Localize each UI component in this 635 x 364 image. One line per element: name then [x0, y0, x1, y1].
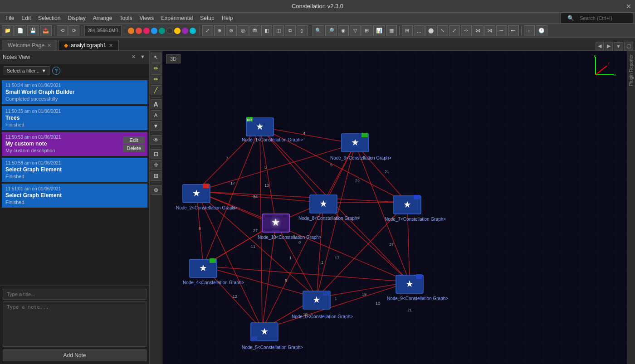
panel-close-button[interactable]: ✕ — [130, 53, 137, 60]
toolbar-btn-unpin[interactable]: ⊷ — [508, 25, 519, 36]
tab-maximize-button[interactable]: ▢ — [624, 42, 633, 50]
toolbar-btn-redo[interactable]: ⟳ — [68, 25, 79, 36]
menu-display[interactable]: Display — [64, 14, 89, 22]
graph-node-4[interactable]: ★ — [190, 258, 217, 277]
color-yellow[interactable] — [174, 28, 181, 34]
tab-prev-button[interactable]: ◀ — [596, 42, 604, 50]
color-blue[interactable] — [151, 28, 157, 34]
tool-cursor[interactable]: ↖ — [151, 53, 161, 63]
tab-dropdown-button[interactable]: ▼ — [614, 42, 623, 50]
note-item[interactable]: 11:50:58 am on 01/06/2021 Select Graph E… — [2, 158, 147, 182]
toolbar-btn-icon4[interactable]: ◎ — [238, 25, 249, 36]
tab-next-button[interactable]: ▶ — [605, 42, 613, 50]
note-edit-button[interactable]: Edit — [123, 136, 145, 144]
note-delete-button[interactable]: Delete — [123, 145, 145, 152]
toolbar-btn-list[interactable]: ≡ — [524, 25, 535, 36]
color-red[interactable] — [136, 28, 142, 34]
note-item[interactable]: 11:50:35 am on 01/06/2021 Trees Finished — [2, 106, 147, 130]
tool-line[interactable]: ╱ — [151, 85, 161, 95]
menu-tools[interactable]: Tools — [116, 14, 136, 22]
tool-arrow-down[interactable]: ▼ — [151, 121, 161, 131]
graph-node-3[interactable]: ★ — [262, 214, 289, 232]
color-teal[interactable] — [159, 28, 165, 34]
filter-dropdown[interactable]: Select a filter... ▼ — [4, 66, 49, 75]
toolbar-btn-zoom-in[interactable]: 🔍 — [313, 25, 324, 36]
toolbar-btn-tree1[interactable]: ⋈ — [473, 25, 484, 36]
toolbar-btn-grid[interactable]: ⊞ — [402, 25, 413, 36]
toolbar-btn-export[interactable]: 📤 — [40, 25, 52, 36]
color-dark[interactable] — [166, 28, 173, 34]
tab-graph-close[interactable]: ✕ — [109, 43, 113, 49]
graph-node-0[interactable]: ★ — [303, 291, 330, 309]
tool-eraser[interactable]: ✏ — [151, 74, 161, 84]
tab-welcome[interactable]: Welcome Page ✕ — [2, 40, 57, 50]
toolbar-btn-icon9[interactable]: ⧲ — [297, 25, 308, 36]
panel-menu-button[interactable]: ▼ — [139, 53, 147, 60]
graph-node-9[interactable]: ★ — [396, 274, 423, 293]
toolbar-btn-expand[interactable]: ⤡ — [437, 25, 448, 36]
toolbar-btn-dots[interactable]: … — [414, 25, 425, 36]
graph-node-8[interactable]: ★ — [310, 195, 337, 213]
toolbar-btn-arrange[interactable]: ⊹ — [461, 25, 472, 36]
color-orange[interactable] — [128, 28, 134, 34]
toolbar-btn-zoom-out[interactable]: 🔎 — [325, 25, 337, 36]
color-cyan[interactable] — [190, 28, 196, 34]
color-pink[interactable] — [143, 28, 150, 34]
toolbar-btn-open[interactable]: 📁 — [2, 25, 14, 36]
menu-experimental[interactable]: Experimental — [157, 14, 196, 22]
add-note-button[interactable]: Add Note — [3, 349, 147, 361]
tool-pan[interactable]: ✛ — [151, 160, 161, 170]
toolbar-btn-funnel[interactable]: ▽ — [350, 25, 361, 36]
menu-file[interactable]: File — [2, 14, 18, 22]
tool-text-small[interactable]: A — [151, 110, 161, 120]
menu-selection[interactable]: Selection — [34, 14, 64, 22]
toolbar-btn-new[interactable]: 📄 — [15, 25, 26, 36]
toolbar-btn-clock[interactable]: 🕐 — [536, 25, 547, 36]
note-title-input[interactable] — [3, 289, 147, 300]
btn-3d[interactable]: 3D — [166, 54, 181, 63]
tool-eye[interactable]: 👁 — [151, 135, 161, 145]
toolbar-btn-icon3[interactable]: ⊗ — [226, 25, 237, 36]
note-body-input[interactable] — [3, 301, 147, 347]
toolbar-btn-icon8[interactable]: ⧉ — [285, 25, 296, 36]
toolbar-btn-undo[interactable]: ⟲ — [57, 25, 68, 36]
tab-welcome-close[interactable]: ✕ — [47, 43, 51, 49]
toolbar-btn-layers[interactable]: ⊞ — [361, 25, 372, 36]
tool-zoom-fit[interactable]: ⊞ — [151, 171, 161, 181]
menu-arrange[interactable]: Arrange — [89, 14, 116, 22]
toolbar-btn-icon1[interactable]: ⤢ — [202, 25, 213, 36]
tool-crosshair[interactable]: ⊕ — [151, 185, 161, 195]
tool-text-large[interactable]: A — [151, 99, 161, 109]
toolbar-btn-icon7[interactable]: ◫ — [273, 25, 284, 36]
menu-views[interactable]: Views — [136, 14, 157, 22]
toolbar-btn-filter[interactable]: ◉ — [338, 25, 349, 36]
toolbar-btn-tree2[interactable]: ⋊ — [484, 25, 495, 36]
note-item[interactable]: 11:51:01 am on 01/06/2021 Select Graph E… — [2, 184, 147, 208]
toolbar-btn-table[interactable]: ▦ — [386, 25, 397, 36]
graph-node-1[interactable]: ★ BR — [246, 117, 274, 136]
note-item[interactable]: 11:50:53 am on 01/06/2021 My custom note… — [2, 132, 147, 156]
graph-node-2[interactable]: ★ — [183, 184, 210, 203]
tool-zoom-rect[interactable]: ⊡ — [151, 149, 161, 159]
menu-help[interactable]: Help — [218, 14, 237, 22]
toolbar-btn-node[interactable]: ⬤ — [425, 25, 436, 36]
menu-setup[interactable]: Setup — [196, 14, 218, 22]
filter-help-button[interactable]: ? — [52, 67, 60, 75]
graph-node-7[interactable]: ★ — [394, 195, 421, 214]
toolbar-btn-icon6[interactable]: ◧ — [261, 25, 272, 36]
toolbar-btn-icon5[interactable]: ⛃ — [249, 25, 260, 36]
graph-area[interactable]: 3D x y z — [162, 51, 627, 364]
toolbar-btn-icon2[interactable]: ⊕ — [214, 25, 225, 36]
tool-pencil[interactable]: ✏ — [151, 63, 161, 73]
note-item[interactable]: 11:50:24 am on 01/06/2021 Small World Gr… — [2, 80, 147, 104]
toolbar-btn-chart[interactable]: 📊 — [373, 25, 385, 36]
toolbar-btn-save[interactable]: 💾 — [27, 25, 39, 36]
graph-node-5[interactable]: ★ — [251, 323, 278, 341]
toolbar-btn-pin[interactable]: ⊸ — [496, 25, 507, 36]
color-purple[interactable] — [182, 28, 188, 34]
close-button[interactable]: ✕ — [626, 3, 631, 10]
toolbar-btn-contract[interactable]: ⤢ — [449, 25, 460, 36]
tab-graph[interactable]: ◆ analyticgraph1 ✕ — [58, 40, 119, 50]
graph-node-6[interactable]: ★ — [342, 133, 369, 152]
search-input[interactable] — [580, 15, 634, 21]
